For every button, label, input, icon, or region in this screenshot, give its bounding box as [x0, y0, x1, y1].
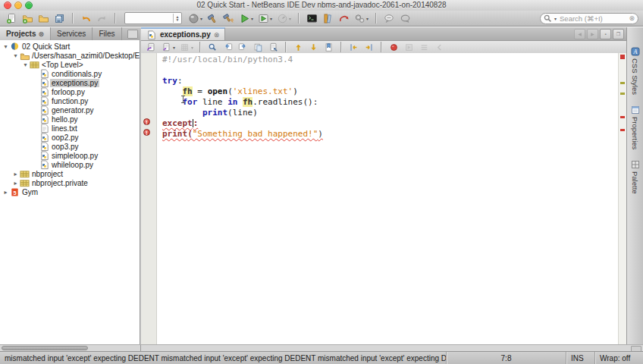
- prev-bookmark-button[interactable]: [291, 40, 306, 54]
- diff-grid-button[interactable]: ▾: [177, 40, 195, 54]
- shift-left-button[interactable]: [347, 40, 361, 54]
- run-button[interactable]: ▾: [237, 11, 255, 25]
- collapse-button[interactable]: [432, 40, 447, 54]
- tree-item-exceptions-py[interactable]: exceptions.py: [0, 78, 140, 87]
- tab-scroll-right-button[interactable]: ▶: [587, 29, 598, 39]
- stripe-mark[interactable]: [620, 93, 625, 95]
- tree-item-conditionals-py[interactable]: conditionals.py: [0, 69, 140, 78]
- highlight-pages-button[interactable]: [251, 40, 265, 54]
- build-config-combobox[interactable]: ▲▼: [124, 12, 182, 24]
- tree-item-function-py[interactable]: function.py: [0, 96, 140, 105]
- tree-item-02-quick-start[interactable]: ▾02 Quick Start: [0, 42, 140, 51]
- panel-tab-services[interactable]: Services: [51, 27, 93, 40]
- tree-item-users-hasan-azimi0-desktop-exe[interactable]: ▾/Users/hasan_azimi0/Desktop/Exe: [0, 51, 140, 60]
- redo-button[interactable]: [95, 11, 109, 25]
- last-edit-button[interactable]: [144, 40, 158, 54]
- new-file-button[interactable]: [5, 11, 19, 25]
- build-project-button[interactable]: ▾: [187, 11, 204, 25]
- forward-button[interactable]: [236, 40, 250, 54]
- chat-bubble-button[interactable]: [398, 11, 412, 25]
- record-macro-button[interactable]: [387, 40, 401, 54]
- error-stripe[interactable]: [618, 53, 626, 345]
- tree-item-forloop-py[interactable]: forloop.py: [0, 87, 140, 96]
- tree-item-hello-py[interactable]: hello.py: [0, 115, 140, 124]
- edit-history-button[interactable]: ▾: [159, 40, 177, 54]
- tree-item-lines-txt[interactable]: lines.txt: [0, 124, 140, 133]
- error-indicator-square[interactable]: [620, 55, 625, 59]
- run-macro-button[interactable]: [402, 40, 416, 54]
- panel-tab-close-icon[interactable]: ⊗: [38, 30, 44, 38]
- panel-minimize-icon[interactable]: [127, 30, 138, 39]
- right-tab-palette[interactable]: Palette: [631, 160, 640, 194]
- error-badge-icon[interactable]: !: [143, 129, 150, 136]
- stripe-mark[interactable]: [620, 116, 625, 118]
- expand-arrow-icon[interactable]: ▸: [11, 171, 20, 177]
- back-button[interactable]: [221, 40, 235, 54]
- dropdown-chevron-icon[interactable]: ▾: [251, 16, 253, 21]
- tree-item-top-level[interactable]: ▾<Top Level>: [0, 60, 140, 69]
- stripe-mark[interactable]: [620, 82, 625, 84]
- tree-item-nbproject-private[interactable]: ▸nbproject.private: [0, 178, 140, 187]
- tree-item-oop2-py[interactable]: oop2.py: [0, 133, 140, 142]
- clean-build-button[interactable]: [221, 11, 236, 25]
- stripe-mark[interactable]: [620, 129, 625, 131]
- terminal-button[interactable]: [305, 11, 319, 25]
- editor-gutter[interactable]: !!: [141, 53, 157, 345]
- tab-maximize-button[interactable]: ❐: [613, 29, 624, 39]
- tree-item-whileloop-py[interactable]: whileloop.py: [0, 160, 140, 169]
- tree-item-oop3-py[interactable]: oop3.py: [0, 142, 140, 151]
- status-insert-mode[interactable]: INS: [566, 352, 594, 364]
- projects-tree[interactable]: ▾02 Quick Start▾/Users/hasan_azimi0/Desk…: [0, 40, 140, 345]
- dropdown-chevron-icon[interactable]: ▾: [173, 45, 175, 50]
- panel-tab-projects[interactable]: Projects⊗: [0, 27, 51, 40]
- dropdown-chevron-icon[interactable]: ▾: [270, 16, 272, 21]
- shift-right-button[interactable]: [362, 40, 376, 54]
- new-project-button[interactable]: [20, 11, 35, 25]
- search-input[interactable]: [558, 14, 627, 24]
- tab-scroll-left-button[interactable]: ◀: [574, 29, 585, 39]
- collapse-arrow-icon[interactable]: ▾: [21, 61, 30, 68]
- tree-item-nbproject[interactable]: ▸nbproject: [0, 169, 140, 178]
- dropdown-chevron-icon[interactable]: ▾: [191, 45, 193, 50]
- expand-arrow-icon[interactable]: ▸: [11, 180, 20, 187]
- profile-button[interactable]: ▾: [275, 11, 293, 25]
- attach-debugger-button[interactable]: [337, 11, 351, 25]
- tree-item-generator-py[interactable]: generator.py: [0, 105, 140, 115]
- search-box[interactable]: ▾ ⊗: [540, 13, 638, 24]
- tab-list-button[interactable]: ▪: [600, 29, 611, 39]
- panel-tab-files[interactable]: Files: [93, 27, 121, 40]
- open-project-button[interactable]: [36, 11, 51, 25]
- macro-menu-button[interactable]: [417, 40, 431, 54]
- search-clear-icon[interactable]: ⊗: [629, 14, 635, 22]
- dropdown-chevron-icon[interactable]: ▾: [366, 16, 369, 21]
- right-tab-css-styles[interactable]: ACSS Styles: [631, 47, 640, 95]
- favorites-books-button[interactable]: [321, 11, 335, 25]
- tree-item-gym[interactable]: ▸5Gym: [0, 187, 140, 196]
- tab-close-icon[interactable]: ⊗: [214, 31, 220, 39]
- expand-arrow-icon[interactable]: ▸: [2, 189, 10, 196]
- toggle-bookmark-button[interactable]: [322, 40, 336, 54]
- tab-exceptions-py[interactable]: exceptions.py ⊗: [141, 27, 225, 40]
- services-gears-button[interactable]: ▾: [353, 11, 370, 25]
- build-hammer-button[interactable]: [205, 11, 220, 25]
- right-tab-properties[interactable]: Properties: [631, 105, 640, 149]
- dropdown-chevron-icon[interactable]: ▾: [200, 16, 202, 21]
- next-bookmark-button[interactable]: [306, 40, 321, 54]
- search-scope-chevron-icon[interactable]: ▾: [554, 16, 557, 21]
- code-editor[interactable]: !! #!/usr/local/bin/python3.4try: fh = o…: [141, 53, 619, 345]
- error-badge-icon[interactable]: !: [143, 118, 150, 125]
- debug-button[interactable]: ▾: [256, 11, 274, 25]
- collapse-arrow-icon[interactable]: ▾: [2, 43, 10, 50]
- tree-item-simpleloop-py[interactable]: simpleloop.py: [0, 151, 140, 160]
- notifications-bubble-button[interactable]: [382, 11, 397, 25]
- projects-hscrollbar-thumb[interactable]: [2, 346, 88, 350]
- save-all-button[interactable]: [52, 11, 67, 25]
- status-bar: mismatched input 'except' expecting DEDE…: [0, 351, 643, 364]
- document-tab-label: exceptions.py: [160, 30, 211, 39]
- select-in-projects-button[interactable]: [266, 40, 281, 54]
- find-button[interactable]: [205, 40, 220, 54]
- undo-button[interactable]: [79, 11, 93, 25]
- title-bar[interactable]: 02 Quick Start - NetBeans IDE Dev nbms-a…: [0, 0, 643, 11]
- dropdown-chevron-icon[interactable]: ▾: [289, 16, 291, 21]
- collapse-arrow-icon[interactable]: ▾: [11, 52, 20, 59]
